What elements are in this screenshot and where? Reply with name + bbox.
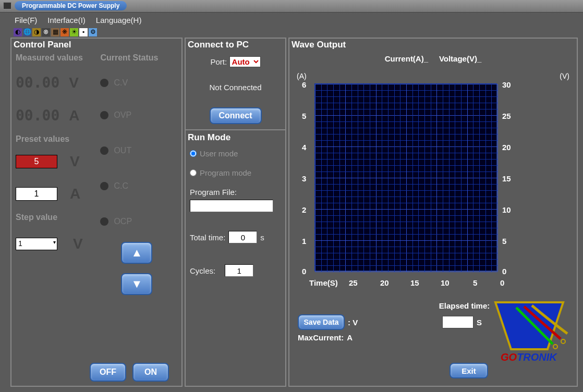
triangle-up-icon: ▲ xyxy=(131,246,142,260)
toolbar-icon-1[interactable]: ◐ xyxy=(14,28,22,36)
program-mode-label: Program mode xyxy=(200,168,251,177)
maxcurrent-a: A xyxy=(347,333,353,342)
ytick-a-0: 0 xyxy=(302,267,306,276)
menu-bar: File(F) Interface(I) Language(H) xyxy=(0,13,583,27)
status-cc-label: C.C xyxy=(114,181,128,191)
status-ovp-label: OVP xyxy=(114,111,131,120)
step-up-button[interactable]: ▲ xyxy=(121,242,152,264)
menu-file[interactable]: File(F) xyxy=(15,16,37,24)
ytick-a-2: 2 xyxy=(302,205,306,214)
toolbar: ◐ 🌐 ◑ ⊗ ▦ ❋ ☀ ▪ ⚙ xyxy=(0,27,583,38)
off-button[interactable]: OFF xyxy=(90,363,126,382)
xtick-15: 15 xyxy=(410,278,419,287)
brand-logo: GOTRONIK xyxy=(485,297,574,365)
led-ovp xyxy=(100,111,108,119)
chart-grid xyxy=(314,83,497,271)
control-panel: Control Panel Measured values 00.00 V 00… xyxy=(10,38,183,387)
current-status-label: Current Status xyxy=(100,53,177,63)
xtick-25: 25 xyxy=(349,278,358,287)
preset-voltage-input[interactable] xyxy=(16,155,57,168)
preset-current-unit: A xyxy=(70,186,80,202)
save-data-button[interactable]: Save Data xyxy=(298,314,345,330)
user-mode-label: User mode xyxy=(200,149,238,158)
elapsed-time-unit: S xyxy=(477,318,482,327)
current-unit: A xyxy=(69,107,79,124)
measured-values-label: Measured values xyxy=(16,53,100,63)
toolbar-icon-7[interactable]: ☀ xyxy=(70,28,78,36)
legend-voltage: Voltage(V)_ xyxy=(439,54,481,63)
ytick-a-3: 3 xyxy=(302,174,306,183)
cycles-label: Cycles: xyxy=(190,266,215,275)
control-panel-title: Control Panel xyxy=(11,39,181,51)
svg-text:GOTRONIK: GOTRONIK xyxy=(501,351,557,363)
led-out xyxy=(100,146,108,155)
toolbar-icon-4[interactable]: ⊗ xyxy=(42,28,50,36)
window-title: Programmable DC Power Supply xyxy=(15,1,127,10)
program-file-label: Program File: xyxy=(190,188,285,197)
cycles-input[interactable] xyxy=(225,264,253,277)
program-mode-radio[interactable] xyxy=(190,169,197,176)
maxcurrent-label: MaxCurrent: xyxy=(298,333,344,342)
preset-current-input[interactable] xyxy=(16,187,57,201)
total-time-input[interactable] xyxy=(228,231,257,243)
program-file-input[interactable] xyxy=(190,200,273,212)
xtick-5: 5 xyxy=(473,278,477,287)
toolbar-icon-2[interactable]: 🌐 xyxy=(23,28,31,36)
ytick-v-0: 0 xyxy=(502,267,506,276)
status-ocp-label: OCP xyxy=(114,217,132,226)
current-reading: 00.00 xyxy=(16,107,59,124)
step-value-unit: V xyxy=(73,236,83,252)
ytick-a-5: 5 xyxy=(302,112,306,120)
status-cv-label: C.V xyxy=(114,78,128,88)
xaxis-time-label: Time(S) xyxy=(309,278,338,287)
ytick-v-20: 20 xyxy=(502,143,511,152)
ytick-a-4: 4 xyxy=(302,143,306,152)
preset-voltage-unit: V xyxy=(70,153,80,170)
toolbar-icon-9[interactable]: ⚙ xyxy=(89,28,97,36)
preset-values-label: Preset values xyxy=(16,134,100,144)
voltage-unit: V xyxy=(69,75,79,91)
toolbar-icon-3[interactable]: ◑ xyxy=(32,28,41,36)
connection-status: Not Connected xyxy=(186,83,285,92)
ytick-v-5: 5 xyxy=(502,237,506,246)
elapsed-time-input[interactable] xyxy=(442,316,473,328)
connect-panel: Connect to PC Port: Auto Not Connected C… xyxy=(185,38,286,387)
connect-button[interactable]: Connect xyxy=(210,107,262,124)
toolbar-icon-6[interactable]: ❋ xyxy=(60,28,69,36)
run-mode-title: Run Mode xyxy=(186,131,285,144)
xtick-10: 10 xyxy=(441,278,450,287)
menu-interface[interactable]: Interface(I) xyxy=(47,16,86,24)
wave-output-title: Wave Output xyxy=(289,39,577,51)
exit-button[interactable]: Exit xyxy=(450,363,488,378)
axis-a-label: (A) xyxy=(297,72,307,80)
toolbar-icon-8[interactable]: ▪ xyxy=(79,28,88,36)
save-v-label: : V xyxy=(348,318,358,327)
legend-current: Current(A)_ xyxy=(385,54,428,63)
app-icon xyxy=(3,2,11,9)
toolbar-icon-5[interactable]: ▦ xyxy=(51,28,59,36)
voltage-reading: 00.00 xyxy=(16,74,59,91)
status-out-label: OUT xyxy=(114,146,131,155)
axis-v-label: (V) xyxy=(560,72,569,80)
port-select[interactable]: Auto xyxy=(229,56,261,67)
led-cc xyxy=(100,182,108,190)
ytick-a-1: 1 xyxy=(302,237,306,246)
xtick-20: 20 xyxy=(380,278,389,287)
ytick-v-10: 10 xyxy=(502,205,511,214)
user-mode-radio[interactable] xyxy=(190,150,197,157)
wave-output-panel: Wave Output Current(A)_ Voltage(V)_ (A) … xyxy=(288,38,578,387)
step-value-select[interactable]: 1 xyxy=(16,238,57,250)
port-label: Port: xyxy=(210,57,227,66)
total-time-unit: s xyxy=(260,233,264,242)
svg-point-1 xyxy=(553,345,557,349)
led-cv xyxy=(100,79,108,87)
step-value-label: Step value xyxy=(16,213,100,222)
ytick-v-25: 25 xyxy=(502,112,511,120)
total-time-label: Total time: xyxy=(190,233,225,242)
ytick-a-6: 6 xyxy=(302,80,306,89)
svg-point-2 xyxy=(561,339,565,344)
on-button[interactable]: ON xyxy=(132,363,169,382)
step-down-button[interactable]: ▼ xyxy=(121,273,152,295)
led-ocp xyxy=(100,217,108,226)
menu-language[interactable]: Language(H) xyxy=(96,16,142,24)
